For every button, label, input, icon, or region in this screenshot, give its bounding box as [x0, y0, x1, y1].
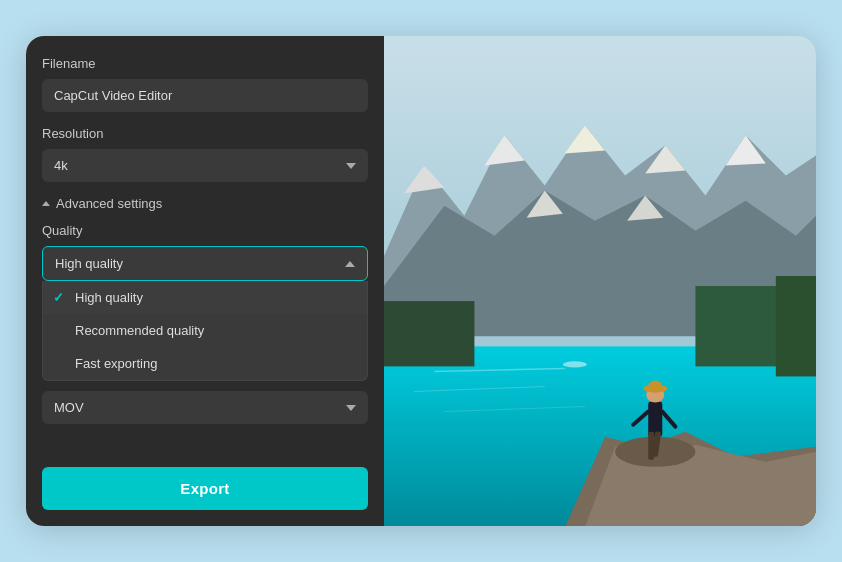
svg-rect-30	[648, 402, 662, 437]
format-select[interactable]: MOV	[42, 391, 368, 424]
quality-selected-value: High quality	[55, 256, 123, 271]
quality-dropdown-menu: ✓ High quality Recommended quality Fast …	[42, 281, 368, 381]
quality-option-recommended[interactable]: Recommended quality	[43, 314, 367, 347]
filename-input[interactable]	[42, 79, 368, 112]
export-panel: Filename Resolution 4k Advanced settings…	[26, 36, 384, 526]
svg-point-41	[563, 361, 587, 367]
main-window: Filename Resolution 4k Advanced settings…	[26, 36, 816, 526]
export-button[interactable]: Export	[42, 467, 368, 510]
quality-select[interactable]: High quality	[42, 246, 368, 281]
quality-option-high-label: High quality	[75, 290, 143, 305]
format-chevron-icon	[346, 405, 356, 411]
advanced-settings-chevron-icon	[42, 201, 50, 206]
quality-label: Quality	[42, 223, 368, 238]
svg-rect-26	[384, 301, 474, 366]
preview-panel	[384, 36, 816, 526]
resolution-select[interactable]: 4k	[42, 149, 368, 182]
resolution-chevron-icon	[346, 163, 356, 169]
advanced-settings-toggle[interactable]: Advanced settings	[42, 196, 368, 211]
svg-rect-42	[776, 276, 816, 376]
quality-option-recommended-label: Recommended quality	[75, 323, 204, 338]
quality-dropdown-container: High quality ✓ High quality Recommended …	[42, 246, 368, 381]
filename-label: Filename	[42, 56, 368, 71]
advanced-settings-label: Advanced settings	[56, 196, 162, 211]
format-value: MOV	[54, 400, 84, 415]
quality-option-high[interactable]: ✓ High quality	[43, 281, 367, 314]
resolution-label: Resolution	[42, 126, 368, 141]
resolution-value: 4k	[54, 158, 68, 173]
landscape-preview	[384, 36, 816, 526]
checkmark-icon: ✓	[53, 290, 64, 305]
quality-option-fast[interactable]: Fast exporting	[43, 347, 367, 380]
quality-option-fast-label: Fast exporting	[75, 356, 157, 371]
svg-point-35	[648, 380, 662, 392]
quality-chevron-icon	[345, 261, 355, 267]
